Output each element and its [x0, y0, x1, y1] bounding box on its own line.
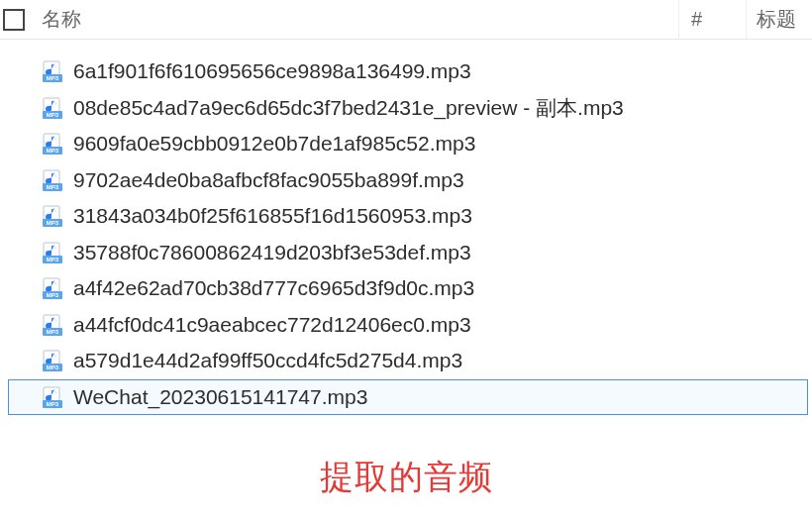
select-all-checkbox[interactable] — [3, 9, 25, 31]
file-name: 9702ae4de0ba8afbcf8fac9055ba899f.mp3 — [73, 168, 464, 192]
file-name: 6a1f901f6f610695656ce9898a136499.mp3 — [73, 59, 471, 83]
column-header-row: 名称 # 标题 — [0, 0, 812, 40]
mp3-file-icon: MP3 — [42, 242, 63, 263]
mp3-file-icon: MP3 — [42, 314, 63, 336]
svg-text:MP3: MP3 — [47, 220, 59, 226]
mp3-file-icon: MP3 — [42, 60, 63, 82]
file-name: WeChat_20230615141747.mp3 — [73, 385, 367, 409]
mp3-file-icon: MP3 — [42, 386, 63, 408]
file-name: 08de85c4ad7a9ec6d65dc3f7bed2431e_preview… — [73, 94, 624, 122]
mp3-file-icon: MP3 — [42, 97, 63, 119]
file-row[interactable]: MP3 35788f0c78600862419d203bf3e53def.mp3 — [0, 235, 812, 271]
svg-text:MP3: MP3 — [47, 257, 59, 262]
column-header-name[interactable]: 名称 — [34, 0, 679, 39]
svg-text:MP3: MP3 — [47, 401, 59, 407]
mp3-file-icon: MP3 — [42, 242, 63, 263]
mp3-file-icon: MP3 — [42, 314, 63, 336]
mp3-file-icon: MP3 — [42, 350, 63, 371]
file-row[interactable]: MP3 31843a034b0f25f616855f16d1560953.mp3 — [0, 198, 812, 235]
file-row[interactable]: MP3 6a1f901f6f610695656ce9898a136499.mp3 — [0, 53, 812, 90]
svg-text:MP3: MP3 — [47, 112, 59, 118]
file-name: 35788f0c78600862419d203bf3e53def.mp3 — [73, 241, 471, 264]
mp3-file-icon: MP3 — [42, 133, 63, 155]
mp3-file-icon: MP3 — [42, 277, 63, 299]
file-name: a579d1e44d2af99ff50ccd4fc5d275d4.mp3 — [73, 349, 462, 372]
mp3-file-icon: MP3 — [42, 277, 63, 299]
file-name: a4f42e62ad70cb38d777c6965d3f9d0c.mp3 — [73, 276, 474, 300]
mp3-file-icon: MP3 — [42, 205, 63, 227]
mp3-file-icon: MP3 — [42, 169, 63, 191]
svg-text:MP3: MP3 — [47, 184, 59, 190]
svg-text:MP3: MP3 — [47, 148, 59, 154]
svg-text:MP3: MP3 — [47, 329, 59, 335]
checkbox-column — [0, 9, 34, 31]
column-header-title[interactable]: 标题 — [747, 0, 812, 39]
file-name: 9609fa0e59cbb0912e0b7de1af985c52.mp3 — [73, 132, 475, 156]
mp3-file-icon: MP3 — [42, 97, 63, 119]
mp3-file-icon: MP3 — [42, 205, 63, 227]
svg-text:MP3: MP3 — [47, 365, 59, 370]
extracted-audio-caption: 提取的音频 — [0, 455, 812, 500]
file-name: 31843a034b0f25f616855f16d1560953.mp3 — [73, 204, 472, 228]
file-row[interactable]: MP3 WeChat_20230615141747.mp3 — [8, 379, 808, 416]
file-row[interactable]: MP3 9702ae4de0ba8afbcf8fac9055ba899f.mp3 — [0, 162, 812, 199]
file-row[interactable]: MP3 9609fa0e59cbb0912e0b7de1af985c52.mp3 — [0, 126, 812, 162]
file-row[interactable]: MP3 a4f42e62ad70cb38d777c6965d3f9d0c.mp3 — [0, 270, 812, 307]
mp3-file-icon: MP3 — [42, 350, 63, 371]
file-row[interactable]: MP3 a44fcf0dc41c9aeabcec772d12406ec0.mp3 — [0, 307, 812, 344]
mp3-file-icon: MP3 — [42, 60, 63, 82]
file-row[interactable]: MP3 08de85c4ad7a9ec6d65dc3f7bed2431e_pre… — [0, 90, 812, 127]
column-header-hash[interactable]: # — [679, 0, 747, 39]
file-row[interactable]: MP3 a579d1e44d2af99ff50ccd4fc5d275d4.mp3 — [0, 343, 812, 379]
svg-text:MP3: MP3 — [47, 75, 59, 81]
file-list: MP3 6a1f901f6f610695656ce9898a136499.mp3… — [0, 40, 812, 415]
mp3-file-icon: MP3 — [42, 133, 63, 155]
mp3-file-icon: MP3 — [42, 386, 63, 408]
file-name: a44fcf0dc41c9aeabcec772d12406ec0.mp3 — [73, 313, 471, 337]
svg-text:MP3: MP3 — [47, 292, 59, 298]
mp3-file-icon: MP3 — [42, 169, 63, 191]
